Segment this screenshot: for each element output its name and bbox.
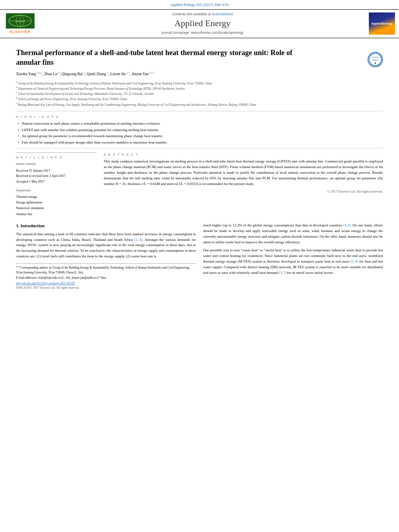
- elsevier-label: ELSEVIER: [10, 29, 31, 35]
- highlight-item-1: Natural convection in melt phase causes …: [18, 121, 383, 126]
- affiliations-block: a Group of the Building Energy & Sustain…: [16, 80, 383, 107]
- keywords-list: Thermal storage Design optimization Nume…: [16, 194, 97, 218]
- ref-5-9[interactable]: [5–9]: [350, 259, 358, 263]
- journal-url-text: journal homepage: www.elsevier.com/locat…: [40, 31, 365, 35]
- crossmark-badge: Cross Mark: [368, 52, 383, 67]
- abstract-text: This study conducts numerical investigat…: [104, 159, 383, 187]
- journal-ref-text: Applied Energy 202 (2017) 558–570: [171, 3, 229, 7]
- footnote-email-text: E-mail addresses: lwjin@xjtu.edu.cn (L. …: [16, 275, 196, 280]
- title-area: Cross Mark Thermal performance of a shel…: [16, 48, 383, 68]
- intro-heading: 1. Introduction: [16, 223, 196, 229]
- svg-point-9: [374, 62, 376, 64]
- keyword-4: Annular fins: [16, 212, 97, 217]
- contents-available-text: Contents lists available at ScienceDirec…: [40, 12, 365, 17]
- doi-link[interactable]: http://dx.doi.org/10.1016/j.apenergy.201…: [16, 281, 196, 286]
- authors-text: Xiaohu Yang a,b,c, Zhao Lu d, Qingsong B…: [16, 72, 155, 76]
- abstract-heading: A B S T R A C T: [104, 152, 383, 157]
- main-content: Cross Mark Thermal performance of a shel…: [0, 38, 399, 290]
- keyword-3: Numerical simulation: [16, 205, 97, 211]
- elsevier-logo: ELSEVIER ELSEVIER: [4, 13, 36, 35]
- authors-line: Xiaohu Yang a,b,c, Zhao Lu d, Qingsong B…: [16, 71, 383, 77]
- ref-1-2[interactable]: [1,2]: [343, 223, 350, 227]
- highlight-item-4: Fins should be equipped with proper desi…: [18, 140, 383, 145]
- svg-text:Cross: Cross: [372, 56, 378, 58]
- keywords-box: Keywords: Thermal storage Design optimiz…: [16, 188, 97, 217]
- introduction-section: 1. Introduction The statistical data amo…: [16, 223, 383, 290]
- intro-right-para1: much higher (up to 12.2% of the global e…: [203, 223, 383, 245]
- received-date: Received 31 January 2017 Received in rev…: [16, 168, 97, 185]
- journal-center: Contents lists available at ScienceDirec…: [40, 12, 365, 36]
- doi-anchor[interactable]: http://dx.doi.org/10.1016/j.apenergy.201…: [16, 281, 75, 285]
- journal-name-display: Applied Energy: [40, 17, 365, 30]
- crossmark-circle: Cross Mark: [368, 52, 383, 67]
- article-title: Thermal performance of a shell-and-tube …: [16, 48, 310, 68]
- article-history-label: Article history:: [16, 162, 97, 166]
- affiliation-a: a Group of the Building Energy & Sustain…: [16, 80, 383, 86]
- rule-2: [16, 148, 383, 148]
- svg-text:ELSEVIER: ELSEVIER: [15, 21, 25, 23]
- journal-header: ELSEVIER ELSEVIER Contents lists availab…: [0, 9, 399, 39]
- footnote-star-text: * * Corresponding authors at: Group of t…: [16, 265, 196, 275]
- svg-text:Mark: Mark: [372, 59, 378, 61]
- intro-left-para1: The statistical data among a total of 69…: [16, 232, 196, 260]
- applied-energy-logo: AppliedEnergy: [369, 12, 395, 35]
- footnote-area: * * Corresponding authors at: Group of t…: [16, 263, 196, 280]
- intro-left-col: 1. Introduction The statistical data amo…: [16, 223, 196, 290]
- article-info-abstract-area: A R T I C L E I N F O Article history: R…: [16, 152, 383, 217]
- affiliation-e: e Beijing Municipal Key Lab of Heating, …: [16, 102, 383, 107]
- highlights-heading: H I G H L I G H T S: [16, 115, 383, 119]
- ref-1-4[interactable]: [1–4]: [134, 238, 142, 242]
- affiliation-c: c School of Sustainable Development of S…: [16, 91, 383, 96]
- copyright-text: © 2017 Elsevier Ltd. All rights reserved…: [104, 189, 383, 194]
- highlights-list: Natural convection in melt phase causes …: [16, 121, 383, 145]
- article-info-heading: A R T I C L E I N F O: [16, 155, 97, 160]
- keyword-1: Thermal storage: [16, 194, 97, 200]
- highlight-item-2: LHTES unit with annular fins exhibits pr…: [18, 127, 383, 133]
- affiliation-b: b Department of Chemical Engineering and…: [16, 86, 383, 91]
- article-info-col: A R T I C L E I N F O Article history: R…: [16, 152, 97, 217]
- journal-ref-bar: Applied Energy 202 (2017) 558–570: [0, 0, 399, 9]
- rule-1: [16, 111, 383, 111]
- keyword-2: Design optimization: [16, 200, 97, 205]
- elsevier-logo-graphic: ELSEVIER: [6, 13, 35, 29]
- highlight-item-3: An optimal group fin parameter is recomm…: [18, 134, 383, 139]
- sciencedirect-link[interactable]: ScienceDirect: [212, 12, 233, 16]
- intro-right-para2: One possible way to turn "waste heat" to…: [203, 248, 383, 276]
- keywords-label: Keywords:: [16, 188, 97, 193]
- intro-right-col: much higher (up to 12.2% of the global e…: [203, 223, 383, 290]
- article-info-box: A R T I C L E I N F O Article history: R…: [16, 152, 97, 184]
- ref-5-7[interactable]: [5,7]: [279, 271, 286, 275]
- heating-keyword: heating: [230, 254, 241, 258]
- abstract-col: A B S T R A C T This study conducts nume…: [104, 152, 383, 217]
- affiliation-d: d School of Energy and Power Engineering…: [16, 96, 383, 101]
- highlights-section: H I G H L I G H T S Natural convection i…: [16, 115, 383, 145]
- issn-text: 0306-2619/© 2017 Elsevier Ltd. All right…: [16, 286, 196, 290]
